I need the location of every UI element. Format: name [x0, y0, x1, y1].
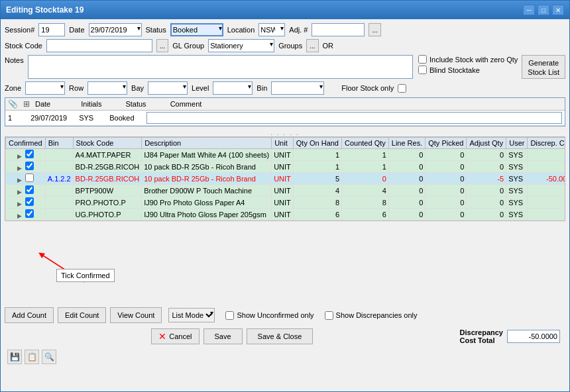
show-unconfirmed-label: Show Unconfirmed only — [237, 311, 314, 319]
status-col-header: Status — [125, 100, 146, 108]
discrepcost-cell — [528, 209, 565, 220]
bin-cell — [45, 197, 73, 209]
save-icon-button[interactable]: 💾 — [7, 350, 22, 364]
confirmed-checkbox[interactable] — [25, 173, 34, 182]
col-stockcode: Stock Code — [73, 138, 142, 149]
session-input[interactable] — [38, 23, 65, 36]
table-row: ▶ A4.MATT.PAPER IJ84 Paper Matt White A4… — [6, 149, 566, 161]
bay-dropdown[interactable] — [148, 81, 188, 95]
include-stock-checkbox[interactable] — [418, 55, 427, 64]
confirmed-checkbox[interactable] — [25, 162, 34, 170]
notes-options: Include Stock with zero Qty Blind Stockt… — [418, 55, 518, 74]
stock-code-input[interactable] — [46, 39, 152, 52]
discrepancy-value-input[interactable] — [507, 330, 560, 343]
onhand-cell: 4 — [293, 185, 341, 197]
col-unit: Unit — [272, 138, 294, 149]
discrepancy-box: DiscrepancyCost Total — [460, 328, 560, 344]
table-row: ▶ A.1.2.2 BD-R.25GB.RICOH 10 pack BD-R 2… — [6, 173, 566, 185]
onhand-cell: 8 — [293, 197, 341, 209]
qtypicked-cell: 0 — [426, 149, 467, 161]
copy-icon-button[interactable]: 📋 — [25, 350, 39, 364]
status-dropdown[interactable]: Booked — [170, 23, 223, 36]
notes-textarea[interactable] — [28, 55, 413, 79]
col-bin: Bin — [45, 138, 73, 149]
zone-dropdown[interactable] — [25, 81, 65, 95]
cancel-button[interactable]: ✕ Cancel — [151, 328, 199, 344]
view-count-button[interactable]: View Count — [110, 307, 162, 323]
add-count-button[interactable]: Add Count — [5, 307, 54, 323]
show-discrepancies-checkbox[interactable] — [325, 311, 333, 320]
confirmed-cell: ▶ — [6, 149, 46, 161]
search-icon-button[interactable]: 🔍 — [42, 350, 56, 364]
lineres-cell: 0 — [388, 197, 425, 209]
description-cell: 10 pack BD-R 25Gb - Ricoh Brand — [142, 161, 272, 173]
groups-dots-button[interactable]: ... — [306, 39, 318, 52]
cancel-label: Cancel — [169, 332, 192, 340]
unit-cell: UNIT — [272, 197, 294, 209]
adj-input[interactable] — [312, 23, 365, 36]
entry-row-num: 1 — [8, 114, 12, 122]
date-label: Date — [69, 26, 84, 34]
unit-cell: UNIT — [272, 185, 294, 197]
save-button[interactable]: Save — [203, 328, 243, 344]
user-cell: SYS — [506, 185, 528, 197]
confirmed-checkbox[interactable] — [25, 150, 34, 158]
user-cell: SYS — [506, 209, 528, 220]
unit-cell: UNIT — [272, 173, 294, 185]
location-dropdown[interactable]: NSW — [258, 23, 285, 36]
counted-cell: 8 — [342, 197, 389, 209]
bin-label: Bin — [256, 84, 267, 92]
stock-code-cell: PRO.PHOTO.P — [73, 197, 142, 209]
window-title: Editing Stocktake 19 — [6, 5, 84, 15]
adj-dots-button[interactable]: ... — [369, 23, 380, 36]
save-close-button[interactable]: Save & Close — [247, 328, 314, 344]
stock-code-cell: UG.PHOTO.P — [73, 209, 142, 220]
counted-cell: 6 — [342, 209, 389, 220]
row-dropdown[interactable] — [87, 81, 127, 95]
generate-stock-list-button[interactable]: GenerateStock List — [522, 55, 565, 79]
date-dropdown[interactable]: 29/07/2019 — [89, 23, 142, 36]
confirmed-checkbox[interactable] — [25, 185, 34, 194]
onhand-cell: 1 — [293, 161, 341, 173]
confirmed-checkbox[interactable] — [25, 197, 34, 206]
nav-arrow: ▶ — [17, 177, 22, 183]
entry-initials: SYS — [79, 114, 93, 122]
floor-stock-checkbox[interactable] — [398, 84, 406, 93]
col-description: Description — [142, 138, 272, 149]
grid-icon[interactable]: ⊞ — [23, 99, 30, 109]
initials-col-header: Initials — [81, 100, 101, 108]
lineres-cell: 0 — [388, 185, 425, 197]
show-discrepancies-row: Show Discrepancies only — [325, 311, 418, 320]
description-cell: IJ84 Paper Matt White A4 (100 sheets) — [142, 149, 272, 161]
table-row: ▶ PRO.PHOTO.P IJ90 Pro Photo Gloss Paper… — [6, 197, 566, 209]
groups-label: Groups — [278, 42, 302, 50]
confirmed-checkbox[interactable] — [25, 209, 34, 218]
maximize-button[interactable]: □ — [538, 5, 549, 15]
bin-dropdown[interactable] — [271, 81, 324, 95]
stock-code-dots-button[interactable]: ... — [156, 39, 168, 52]
close-button[interactable]: ✕ — [552, 5, 564, 15]
paperclip-icon[interactable]: 📎 — [8, 99, 18, 109]
blind-stocktake-label: Blind Stocktake — [429, 66, 480, 74]
table-row: ▶ BPTP900W Brother D900W P Touch Machine… — [6, 185, 566, 197]
entry-comment-input[interactable] — [146, 112, 562, 124]
save-buttons: ✕ Cancel Save Save & Close — [5, 328, 460, 344]
user-cell: SYS — [506, 173, 528, 185]
description-cell: 10 pack BD-R 25Gb - Ricoh Brand — [142, 173, 272, 185]
level-dropdown[interactable] — [213, 81, 253, 95]
title-bar: Editing Stocktake 19 ─ □ ✕ — [1, 1, 569, 19]
gl-group-dropdown[interactable]: Stationery — [208, 39, 274, 52]
discrepcost-cell: -50.0000 — [528, 173, 565, 185]
level-label: Level — [192, 84, 209, 92]
show-unconfirmed-checkbox[interactable] — [225, 311, 234, 320]
onhand-cell: 6 — [293, 209, 341, 220]
user-cell: SYS — [506, 197, 528, 209]
minimize-button[interactable]: ─ — [523, 5, 535, 15]
edit-count-button[interactable]: Edit Count — [58, 307, 106, 323]
form-row-2: Stock Code ... GL Group Stationery Group… — [5, 39, 565, 52]
discrepcost-cell — [528, 197, 565, 209]
list-mode-select[interactable]: List Mode — [168, 308, 215, 322]
table-header: Confirmed Bin Stock Code Description Uni… — [6, 138, 566, 149]
blind-stocktake-checkbox[interactable] — [418, 66, 427, 74]
entry-table-section: 📎 ⊞ Date Initials Status Comment 1 29/07… — [5, 97, 565, 126]
